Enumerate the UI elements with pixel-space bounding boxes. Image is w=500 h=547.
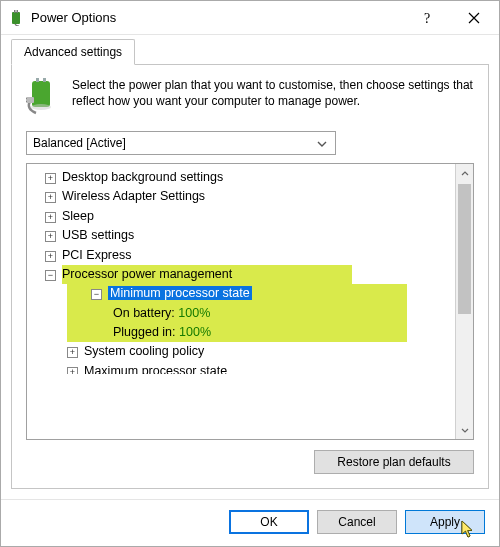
tree-item-wireless[interactable]: +Wireless Adapter Settings — [31, 187, 453, 206]
cursor-icon — [460, 519, 478, 539]
client-area: Advanced settings Select the — [1, 35, 499, 499]
svg-point-7 — [31, 104, 51, 110]
power-options-icon — [9, 10, 25, 26]
battery-plug-icon — [26, 77, 62, 117]
scroll-up-icon[interactable] — [456, 164, 473, 182]
tree-item-min-processor-state[interactable]: −Minimum processor state — [31, 284, 453, 303]
tree-item-sleep[interactable]: +Sleep — [31, 207, 453, 226]
svg-rect-6 — [43, 78, 46, 82]
tree-item-processor-power-mgmt[interactable]: −Processor power management — [31, 265, 453, 284]
plugged-in-value: 100% — [179, 325, 211, 339]
on-battery-value: 100% — [178, 306, 210, 320]
window-title: Power Options — [31, 10, 405, 25]
intro-section: Select the power plan that you want to c… — [26, 77, 474, 117]
tree-item-on-battery[interactable]: On battery: 100% — [31, 304, 453, 323]
titlebar: Power Options ? — [1, 1, 499, 35]
expand-icon[interactable]: + — [67, 347, 78, 358]
tree-item-max-processor-state[interactable]: +Maximum processor state — [31, 362, 453, 374]
expand-icon[interactable]: + — [45, 231, 56, 242]
intro-text: Select the power plan that you want to c… — [72, 77, 474, 117]
svg-rect-9 — [26, 98, 27, 99]
tabstrip: Advanced settings — [11, 39, 489, 65]
ok-button[interactable]: OK — [229, 510, 309, 534]
tab-body: Select the power plan that you want to c… — [11, 65, 489, 489]
expand-icon[interactable]: + — [67, 367, 78, 374]
apply-button[interactable]: Apply — [405, 510, 485, 534]
tree-item-plugged-in[interactable]: Plugged in: 100% — [31, 323, 453, 342]
cancel-button[interactable]: Cancel — [317, 510, 397, 534]
power-options-window: Power Options ? Advanced settings — [0, 0, 500, 547]
tree-scrollbar[interactable] — [455, 164, 473, 439]
help-button[interactable]: ? — [405, 2, 451, 34]
svg-rect-4 — [32, 81, 50, 107]
dialog-footer: OK Cancel Apply — [1, 499, 499, 546]
tree-item-system-cooling[interactable]: +System cooling policy — [31, 342, 453, 361]
scroll-down-icon[interactable] — [456, 421, 473, 439]
svg-rect-2 — [17, 10, 19, 13]
svg-rect-10 — [26, 101, 27, 102]
collapse-icon[interactable]: − — [91, 289, 102, 300]
svg-rect-1 — [14, 10, 16, 13]
plan-selected-value: Balanced [Active] — [33, 136, 126, 150]
settings-tree[interactable]: +Desktop background settings +Wireless A… — [27, 164, 455, 439]
expand-icon[interactable]: + — [45, 173, 56, 184]
tab-advanced-settings[interactable]: Advanced settings — [11, 39, 135, 65]
svg-text:?: ? — [424, 11, 430, 26]
tree-item-desktop-background[interactable]: +Desktop background settings — [31, 168, 453, 187]
restore-row: Restore plan defaults — [26, 440, 474, 474]
restore-plan-defaults-button[interactable]: Restore plan defaults — [314, 450, 474, 474]
tree-item-usb[interactable]: +USB settings — [31, 226, 453, 245]
collapse-icon[interactable]: − — [45, 270, 56, 281]
tree-item-pci-express[interactable]: +PCI Express — [31, 246, 453, 265]
expand-icon[interactable]: + — [45, 212, 56, 223]
scroll-thumb[interactable] — [458, 184, 471, 314]
expand-icon[interactable]: + — [45, 192, 56, 203]
power-plan-dropdown[interactable]: Balanced [Active] — [26, 131, 336, 155]
close-button[interactable] — [451, 2, 497, 34]
expand-icon[interactable]: + — [45, 251, 56, 262]
svg-rect-5 — [36, 78, 39, 82]
settings-tree-container: +Desktop background settings +Wireless A… — [26, 163, 474, 440]
svg-rect-0 — [12, 12, 20, 24]
chevron-down-icon — [313, 136, 331, 150]
svg-rect-8 — [26, 97, 34, 103]
